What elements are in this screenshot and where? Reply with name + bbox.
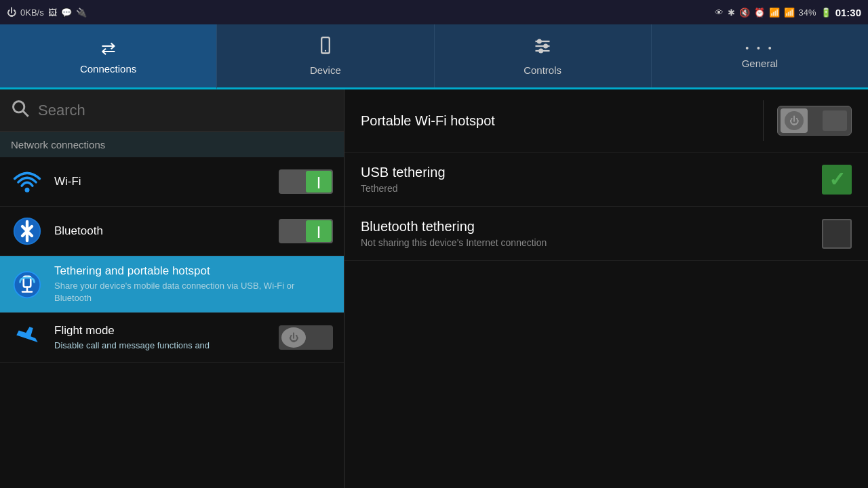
portable-wifi-control[interactable] — [777, 106, 852, 136]
tab-device-label: Device — [310, 64, 341, 76]
portable-wifi-title: Portable Wi-Fi hotspot — [361, 113, 749, 129]
status-left: ⏻ 0KB/s 🖼 💬 🔌 — [7, 7, 87, 18]
right-row-bluetooth-tethering[interactable]: Bluetooth tethering Not sharing this dev… — [344, 207, 868, 261]
tab-controls[interactable]: Controls — [435, 24, 652, 87]
network-connections-header: Network connections — [0, 132, 344, 157]
search-box[interactable] — [0, 89, 344, 132]
portable-wifi-text: Portable Wi-Fi hotspot — [361, 113, 749, 129]
status-right: 👁 ✱ 🔇 ⏰ 📶 📶 34% 🔋 01:30 — [715, 7, 861, 18]
right-panel: Portable Wi-Fi hotspot USB tethering Tet… — [344, 89, 868, 488]
flight-toggle-circle: ⏻ — [281, 327, 306, 348]
bluetooth-tethering-subtitle: Not sharing this device's Internet conne… — [361, 237, 822, 248]
alarm-icon: ⏰ — [754, 7, 765, 18]
device-icon — [316, 37, 335, 60]
usb-icon: 🔌 — [76, 7, 87, 18]
svg-point-1 — [325, 49, 326, 51]
svg-point-3 — [538, 39, 541, 43]
hotspot-circle-inner — [785, 111, 804, 130]
bluetooth-title: Bluetooth — [54, 224, 279, 238]
battery-percent: 34% — [799, 7, 816, 18]
usb-tethering-subtitle: Tethered — [361, 183, 822, 194]
flightmode-text: Flight mode Disable call and message fun… — [54, 324, 279, 352]
flightmode-toggle[interactable]: ⏻ — [279, 325, 333, 350]
tab-controls-label: Controls — [524, 64, 561, 76]
wifi-title: Wi-Fi — [54, 175, 279, 188]
svg-point-7 — [539, 49, 542, 52]
sidebar-item-flightmode[interactable]: Flight mode Disable call and message fun… — [0, 313, 344, 363]
bluetooth-text: Bluetooth — [54, 224, 279, 238]
toggle-gray-part — [281, 171, 307, 192]
bluetooth-tethering-title: Bluetooth tethering — [361, 219, 822, 235]
flight-icon — [11, 321, 43, 354]
connections-icon: ⇄ — [101, 38, 116, 59]
tab-device[interactable]: Device — [217, 24, 434, 87]
usb-tethering-title: USB tethering — [361, 165, 822, 180]
flightmode-toggle-switch[interactable]: ⏻ — [279, 325, 333, 350]
sidebar-item-tethering[interactable]: Tethering and portable hotspot Share you… — [0, 256, 344, 313]
search-input[interactable] — [38, 102, 333, 119]
tab-bar: ⇄ Connections Device Controls • • • Gene… — [0, 24, 868, 89]
wifi-toggle[interactable] — [279, 169, 333, 194]
visibility-icon: 👁 — [715, 7, 724, 18]
wifi-icon — [11, 165, 43, 198]
sidebar-item-bluetooth[interactable]: Bluetooth — [0, 207, 344, 256]
tab-general-label: General — [742, 58, 778, 69]
signal-icon: 📶 — [784, 7, 795, 18]
tethering-text: Tethering and portable hotspot Share you… — [54, 264, 333, 304]
status-time: 01:30 — [835, 7, 861, 18]
left-panel: Network connections Wi-Fi — [0, 89, 344, 488]
bt-toggle-gray — [281, 220, 307, 242]
right-row-usb-tethering[interactable]: USB tethering Tethered — [344, 152, 868, 207]
usb-tethering-checkbox[interactable] — [822, 165, 852, 195]
wifi-status-icon: 📶 — [769, 7, 780, 18]
battery-icon: 🔋 — [821, 7, 831, 18]
wifi-toggle-switch[interactable] — [279, 169, 333, 194]
power-icon: ⏻ — [7, 7, 16, 18]
bluetooth-tethering-control[interactable] — [822, 219, 852, 249]
wifi-text: Wi-Fi — [54, 175, 279, 188]
network-speed: 0KB/s — [20, 7, 44, 18]
hotspot-right-part — [823, 110, 847, 131]
tab-general[interactable]: • • • General — [652, 24, 868, 87]
mute-icon: 🔇 — [739, 7, 750, 18]
tab-connections[interactable]: ⇄ Connections — [0, 24, 217, 89]
flightmode-title: Flight mode — [54, 324, 279, 338]
hotspot-toggle[interactable] — [777, 106, 852, 136]
controls-icon — [533, 37, 552, 60]
status-bar: ⏻ 0KB/s 🖼 💬 🔌 👁 ✱ 🔇 ⏰ 📶 📶 34% 🔋 01:30 — [0, 0, 868, 24]
usb-tethering-control[interactable] — [822, 165, 852, 195]
svg-point-5 — [544, 44, 547, 47]
bluetooth-tethering-text: Bluetooth tethering Not sharing this dev… — [361, 219, 822, 248]
bluetooth-toggle[interactable] — [279, 219, 333, 243]
svg-point-8 — [14, 102, 24, 113]
general-icon: • • • — [745, 43, 774, 54]
search-icon — [11, 99, 30, 122]
divider — [763, 100, 764, 141]
message-icon: 💬 — [61, 7, 72, 18]
flightmode-subtitle: Disable call and message functions and — [54, 340, 279, 352]
bluetooth-toggle-switch[interactable] — [279, 219, 333, 243]
hotspot-circle — [781, 108, 808, 133]
right-row-portable-wifi[interactable]: Portable Wi-Fi hotspot — [344, 89, 868, 152]
svg-point-10 — [25, 188, 30, 192]
tethering-icon — [11, 268, 43, 301]
main-content: Network connections Wi-Fi — [0, 89, 868, 488]
bluetooth-status-icon: ✱ — [728, 7, 735, 18]
image-icon: 🖼 — [48, 7, 57, 18]
tethering-subtitle: Share your device's mobile data connecti… — [54, 280, 333, 304]
tab-connections-label: Connections — [80, 63, 136, 75]
sidebar-item-wifi[interactable]: Wi-Fi — [0, 157, 344, 207]
bluetooth-tethering-checkbox[interactable] — [822, 219, 852, 249]
bluetooth-icon — [11, 215, 43, 247]
svg-line-9 — [23, 111, 28, 117]
usb-tethering-text: USB tethering Tethered — [361, 165, 822, 194]
tethering-title: Tethering and portable hotspot — [54, 264, 333, 278]
bt-toggle-green — [306, 220, 332, 242]
toggle-green-part — [306, 171, 332, 192]
